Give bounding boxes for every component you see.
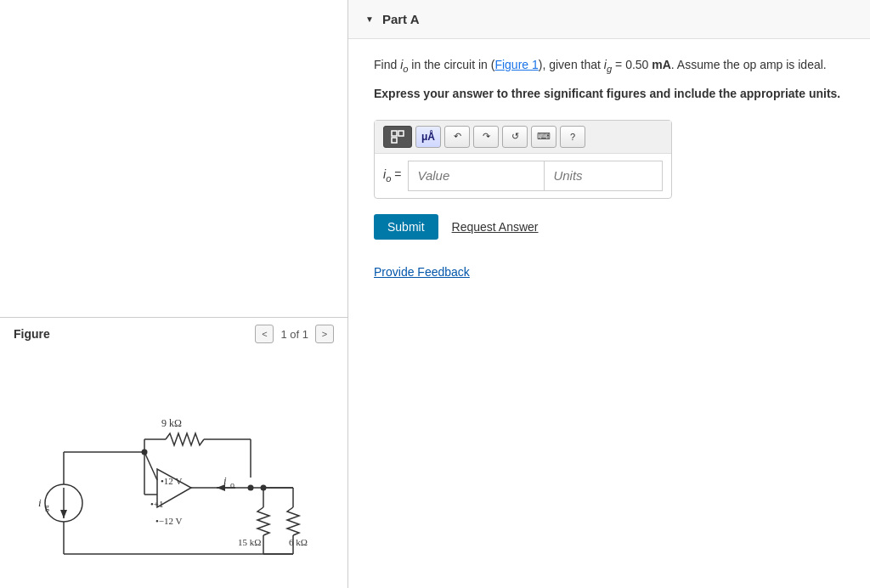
provide-feedback-link[interactable]: Provide Feedback xyxy=(374,265,845,279)
prev-button[interactable]: < xyxy=(255,325,274,343)
redo-icon: ↷ xyxy=(483,131,490,142)
refresh-button[interactable]: ↺ xyxy=(502,126,528,148)
svg-rect-39 xyxy=(398,131,404,136)
matrix-icon xyxy=(391,130,404,144)
collapse-icon[interactable]: ▼ xyxy=(365,14,374,24)
svg-text:•−12 V: •−12 V xyxy=(155,516,183,526)
figure-title: Figure xyxy=(14,327,50,341)
right-panel: ▼ Part A Find io in the circuit in (Figu… xyxy=(348,0,870,588)
content-area: Find io in the circuit in (Figure 1), gi… xyxy=(348,39,870,296)
help-label: ? xyxy=(570,132,575,142)
svg-point-37 xyxy=(260,485,266,491)
undo-icon: ↶ xyxy=(454,131,461,142)
part-header: ▼ Part A xyxy=(348,0,870,39)
svg-line-18 xyxy=(144,452,157,480)
question-text: Find io in the circuit in (Figure 1), gi… xyxy=(374,56,845,76)
svg-text:•12 V: •12 V xyxy=(161,476,182,486)
submit-button[interactable]: Submit xyxy=(374,214,438,240)
io-equals-label: io = xyxy=(383,167,401,184)
figure-link[interactable]: Figure 1 xyxy=(494,58,538,71)
var-io: io xyxy=(400,58,408,71)
refresh-icon: ↺ xyxy=(511,131,519,142)
svg-marker-26 xyxy=(217,484,225,491)
svg-text:•+1: •+1 xyxy=(150,499,164,509)
keyboard-icon: ⌨ xyxy=(537,131,551,142)
svg-rect-40 xyxy=(392,138,397,143)
circuit-diagram-area: i g 9 kΩ •12 V xyxy=(0,350,347,588)
svg-text:15 kΩ: 15 kΩ xyxy=(238,537,261,547)
redo-button[interactable]: ↷ xyxy=(473,126,499,148)
circuit-svg: i g 9 kΩ •12 V xyxy=(13,359,336,580)
action-row: Submit Request Answer xyxy=(374,214,845,240)
svg-text:6 kΩ: 6 kΩ xyxy=(289,537,308,547)
request-answer-link[interactable]: Request Answer xyxy=(452,220,539,234)
svg-text:g: g xyxy=(45,502,49,512)
part-title: Part A xyxy=(382,12,420,26)
answer-toolbar: μÅ ↶ ↷ ↺ ⌨ ? xyxy=(375,121,671,154)
svg-text:9 kΩ: 9 kΩ xyxy=(161,417,182,429)
matrix-button[interactable] xyxy=(383,126,412,148)
input-row: io = xyxy=(375,154,671,198)
bold-instruction: Express your answer to three significant… xyxy=(374,85,845,103)
units-input[interactable] xyxy=(544,161,663,191)
mu-label: μÅ xyxy=(421,131,435,143)
next-button[interactable]: > xyxy=(315,325,334,343)
page-indicator: 1 of 1 xyxy=(280,328,308,341)
figure-nav: < 1 of 1 > xyxy=(255,325,334,343)
keyboard-button[interactable]: ⌨ xyxy=(531,126,556,148)
undo-button[interactable]: ↶ xyxy=(444,126,470,148)
mu-button[interactable]: μÅ xyxy=(415,126,441,148)
var-ig: ig xyxy=(604,58,612,71)
figure-header: Figure < 1 of 1 > xyxy=(0,317,347,350)
left-panel: Figure < 1 of 1 > i g xyxy=(0,0,348,588)
help-button[interactable]: ? xyxy=(560,126,585,148)
value-input[interactable] xyxy=(408,161,544,191)
svg-rect-38 xyxy=(392,131,397,136)
svg-text:i: i xyxy=(38,496,42,509)
answer-box: μÅ ↶ ↷ ↺ ⌨ ? xyxy=(374,120,672,199)
